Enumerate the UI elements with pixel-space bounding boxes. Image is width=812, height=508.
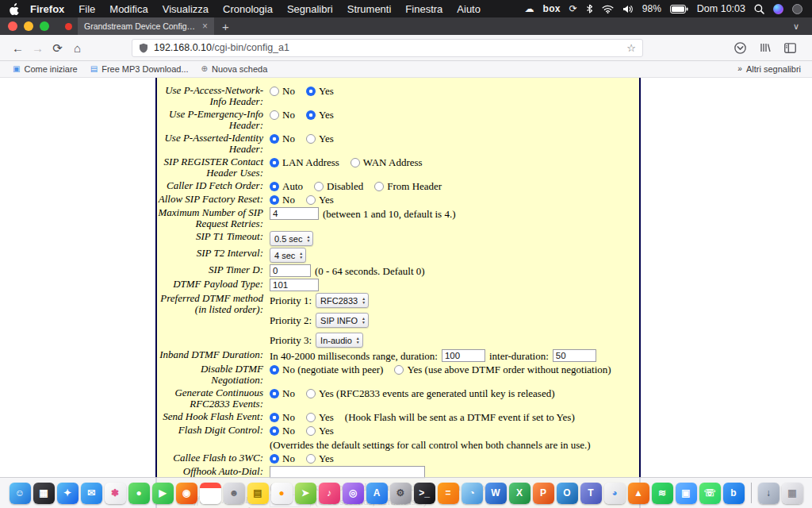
dock-teams-icon[interactable]: T — [580, 483, 602, 504]
radio-send-hook-flash-event-yes[interactable] — [306, 413, 316, 422]
menu-cronologia[interactable]: Cronologia — [216, 3, 280, 15]
radio-option[interactable]: No — [270, 133, 295, 144]
dock-podcasts-icon[interactable]: ◎ — [343, 483, 364, 504]
radio-callee-flash-to-3wc-no[interactable] — [270, 454, 279, 464]
dock-firefox-icon[interactable]: ◉ — [176, 483, 197, 504]
radio-option[interactable]: No — [270, 425, 295, 437]
menu-firefox[interactable]: Firefox — [23, 3, 71, 15]
browser-tab[interactable]: Grandstream Device Configuration × — [78, 17, 214, 35]
menu-visualizza[interactable]: Visualizza — [155, 3, 216, 15]
radio-option[interactable]: Yes (use above DTMF order without negoti… — [394, 364, 611, 375]
radio-callee-flash-to-3wc-yes[interactable] — [306, 454, 316, 464]
radio-sip-register-contact-header-uses-lan-address[interactable] — [270, 158, 279, 167]
wifi-icon[interactable] — [602, 5, 614, 13]
dock-calculator-icon[interactable]: = — [438, 483, 459, 504]
radio-use-p-access-network-info-header-no[interactable] — [270, 87, 279, 96]
radio-option[interactable]: WAN Address — [350, 156, 423, 168]
cloud-icon[interactable]: ☁ — [525, 4, 534, 13]
bookmark-star-icon[interactable]: ☆ — [626, 42, 636, 54]
dock-chrome-icon[interactable]: ◕ — [604, 483, 626, 504]
list-tabs-chevron-icon[interactable]: ∨ — [788, 21, 804, 32]
menu-strumenti[interactable]: Strumenti — [340, 3, 399, 15]
tracking-protection-shield-icon[interactable] — [139, 43, 148, 53]
radio-option[interactable]: No — [270, 452, 295, 464]
dock-box-icon[interactable]: b — [723, 483, 745, 504]
radio-option[interactable]: No (negotiate with peer) — [270, 364, 383, 375]
radio-option[interactable]: LAN Address — [270, 156, 339, 168]
home-button[interactable]: ⌂ — [67, 42, 87, 54]
box-logo[interactable]: box — [543, 3, 561, 14]
dock-photos-icon[interactable]: ✽ — [105, 483, 126, 504]
radio-flash-digit-control-no[interactable] — [270, 426, 279, 436]
radio-caller-id-fetch-order-disabled[interactable] — [314, 182, 324, 191]
radio-generate-continuous-rfc2833-events-no[interactable] — [270, 389, 279, 398]
dock-powerpoint-icon[interactable]: P — [533, 483, 554, 504]
dock-outlook-icon[interactable]: O — [557, 483, 578, 504]
url-bar[interactable]: 192.168.0.10/cgi-bin/config_a1 ☆ — [132, 39, 643, 57]
select-0-5-sec[interactable]: 0.5 sec▲▼ — [270, 231, 313, 246]
radio-disable-dtmf-negotiation-yes-use-above-dtmf-order-without-negotia[interactable] — [394, 365, 404, 375]
tab-close-icon[interactable]: × — [202, 21, 208, 32]
radio-option[interactable]: Yes — [306, 452, 334, 464]
radio-option[interactable]: Yes — [306, 194, 334, 206]
radio-disable-dtmf-negotiation-no-negotiate-with-peer[interactable] — [270, 365, 279, 375]
dock-app-store-icon[interactable]: A — [366, 483, 388, 504]
radio-option[interactable]: From Header — [374, 180, 442, 192]
menubar-clock[interactable]: Dom 10:03 — [697, 3, 745, 14]
new-tab-button[interactable]: + — [214, 20, 237, 33]
radio-use-p-access-network-info-header-yes[interactable] — [306, 87, 316, 96]
radio-use-p-asserted-identity-header-no[interactable] — [270, 134, 279, 144]
dock-finder-icon[interactable]: ☺ — [10, 483, 31, 504]
dock-contacts-icon[interactable]: ☻ — [224, 483, 245, 504]
select-sip-info[interactable]: SIP INFO▲▼ — [316, 313, 369, 328]
radio-option[interactable]: Yes — [306, 109, 334, 121]
dock-messages-icon[interactable]: ● — [128, 483, 150, 504]
radio-option[interactable]: Disabled — [314, 180, 363, 192]
dock-music-icon[interactable]: ♪ — [319, 483, 340, 504]
select-in-audio[interactable]: In-audio▲▼ — [316, 333, 363, 348]
radio-option[interactable]: No — [270, 387, 295, 399]
radio-generate-continuous-rfc2833-events-yes-rfc2833-events-are-generated-until-k[interactable] — [306, 389, 316, 398]
radio-option[interactable]: No — [270, 194, 295, 206]
back-button[interactable]: ← — [8, 42, 28, 54]
pocket-icon[interactable] — [734, 42, 746, 54]
input-maximum-number-of-sip-request-retries[interactable] — [270, 207, 319, 220]
volume-icon[interactable] — [622, 5, 634, 13]
dock-system-preferences-icon[interactable]: ⚙ — [390, 483, 412, 504]
radio-option[interactable]: Yes — [306, 425, 334, 437]
window-zoom-button[interactable] — [40, 21, 49, 31]
library-icon[interactable] — [760, 42, 771, 53]
radio-option[interactable]: Yes (RFC2833 events are generated until … — [306, 387, 555, 399]
sync-icon[interactable]: ⟳ — [569, 4, 577, 13]
dock-calendar-icon[interactable] — [200, 483, 221, 504]
input-dtmf-payload-type[interactable] — [270, 279, 319, 291]
dock-terminal-icon[interactable]: >_ — [414, 483, 435, 504]
radio-use-p-emergency-info-header-no[interactable] — [270, 110, 279, 120]
menu-segnalibri[interactable]: Segnalibri — [280, 3, 340, 15]
menu-finestra[interactable]: Finestra — [398, 3, 450, 15]
radio-option[interactable]: No — [270, 109, 295, 121]
input-sip-timer-d[interactable] — [270, 264, 311, 277]
dock-safari-icon[interactable]: ✦ — [57, 483, 79, 504]
bookmark-free-mp3-download[interactable]: ▤Free MP3 Download... — [84, 64, 195, 74]
radio-sip-register-contact-header-uses-wan-address[interactable] — [350, 158, 360, 167]
spotlight-search-icon[interactable] — [754, 4, 764, 14]
menu-extra-icon[interactable] — [792, 4, 802, 14]
bluetooth-icon[interactable] — [586, 4, 593, 13]
input-inband-dtmf-duration[interactable] — [442, 349, 485, 362]
dock-launchpad-icon[interactable]: ▦ — [33, 483, 55, 504]
siri-icon[interactable] — [773, 4, 783, 14]
select-4-sec[interactable]: 4 sec▲▼ — [270, 248, 306, 263]
dock-preview-icon[interactable]: ◔ — [462, 483, 483, 504]
select-rfc2833[interactable]: RFC2833▲▼ — [316, 293, 369, 308]
radio-option[interactable]: Auto — [270, 180, 303, 192]
dock-maps-icon[interactable]: ➤ — [295, 483, 316, 504]
dock-downloads-icon[interactable]: ↓ — [758, 483, 779, 504]
dock-whatsapp-icon[interactable]: ☏ — [699, 483, 721, 504]
radio-allow-sip-factory-reset-yes[interactable] — [306, 195, 316, 205]
radio-allow-sip-factory-reset-no[interactable] — [270, 195, 279, 205]
reload-button[interactable]: ⟳ — [48, 42, 67, 54]
bookmark-come-iniziare[interactable]: ▣Come iniziare — [6, 64, 84, 74]
radio-option[interactable]: Yes — [306, 85, 334, 97]
dock-notes-icon[interactable]: ▤ — [247, 483, 269, 504]
